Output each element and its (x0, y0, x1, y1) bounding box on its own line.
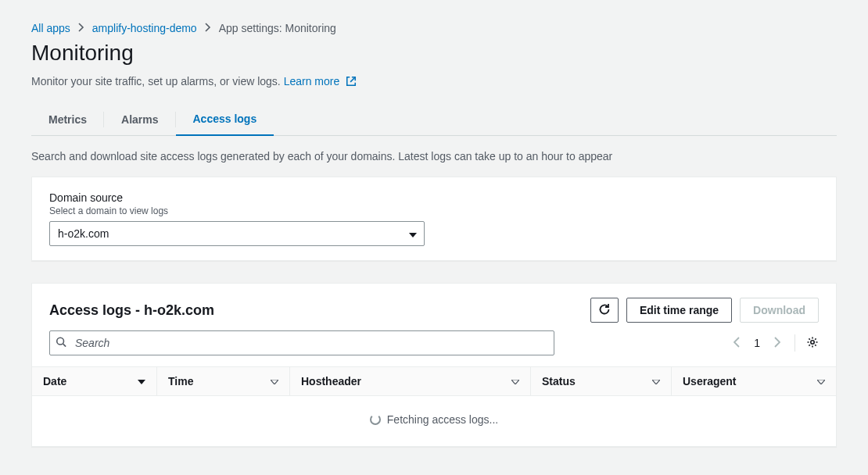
divider (794, 334, 795, 352)
chevron-right-icon (78, 22, 84, 34)
sort-desc-icon (138, 377, 145, 386)
breadcrumb-link-app[interactable]: amplify-hosting-demo (92, 22, 197, 34)
svg-point-1 (811, 340, 814, 343)
logs-action-row: Edit time range Download (590, 298, 819, 323)
col-time[interactable]: Time (157, 367, 290, 395)
chevron-left-icon (733, 338, 740, 350)
learn-more-link[interactable]: Learn more (284, 75, 357, 88)
domain-source-hint: Select a domain to view logs (49, 205, 819, 216)
pager: 1 (730, 334, 819, 353)
col-status[interactable]: Status (531, 367, 672, 395)
settings-button[interactable] (806, 336, 819, 351)
loading-text: Fetching access logs... (387, 413, 498, 426)
access-logs-title: Access logs - h-o2k.com (49, 302, 214, 319)
page-title: Monitoring (31, 41, 837, 66)
access-logs-helper: Search and download site access logs gen… (31, 150, 837, 162)
col-host-label: Hostheader (301, 375, 361, 388)
loading-row: Fetching access logs... (32, 396, 836, 446)
breadcrumb-current: App settings: Monitoring (219, 22, 336, 34)
breadcrumb-link-all-apps[interactable]: All apps (31, 22, 70, 34)
col-useragent[interactable]: Useragent (672, 367, 836, 395)
domain-source-select[interactable]: h-o2k.com (49, 221, 425, 246)
spinner-icon (370, 414, 381, 425)
pager-prev[interactable] (730, 334, 743, 353)
pager-page-number: 1 (754, 337, 760, 349)
tab-metrics[interactable]: Metrics (31, 104, 104, 135)
tabs: Metrics Alarms Access logs (31, 103, 837, 136)
gear-icon (806, 338, 819, 351)
col-time-label: Time (168, 375, 193, 388)
subtitle-text: Monitor your site traffic, set up alarms… (31, 75, 284, 88)
page-subtitle: Monitor your site traffic, set up alarms… (31, 75, 837, 89)
sort-icon (511, 377, 519, 386)
sort-icon (652, 377, 660, 386)
domain-source-card: Domain source Select a domain to view lo… (31, 177, 837, 261)
search-input[interactable] (49, 330, 554, 355)
table-header: Date Time Hostheader Status Useragent (32, 366, 836, 396)
domain-source-label: Domain source (49, 191, 819, 204)
col-hostheader[interactable]: Hostheader (290, 367, 531, 395)
col-date-label: Date (43, 375, 66, 388)
sort-icon (817, 377, 825, 386)
access-logs-card: Access logs - h-o2k.com Edit time range … (31, 283, 837, 447)
svg-point-0 (57, 338, 64, 345)
edit-time-range-button[interactable]: Edit time range (626, 298, 732, 323)
col-ua-label: Useragent (683, 375, 736, 388)
external-link-icon (346, 76, 357, 89)
refresh-icon (598, 303, 611, 318)
tab-access-logs[interactable]: Access logs (176, 103, 274, 136)
sort-icon (271, 377, 278, 386)
tab-alarms[interactable]: Alarms (104, 104, 175, 135)
download-button[interactable]: Download (740, 298, 819, 323)
domain-source-select-wrap: h-o2k.com (49, 221, 425, 246)
chevron-right-icon (774, 338, 780, 350)
col-date[interactable]: Date (32, 367, 157, 395)
col-status-label: Status (542, 375, 576, 388)
chevron-right-icon (205, 22, 211, 34)
refresh-button[interactable] (590, 298, 619, 323)
search-box (49, 330, 554, 355)
pager-next[interactable] (771, 334, 784, 353)
breadcrumb: All apps amplify-hosting-demo App settin… (31, 22, 837, 34)
search-icon (56, 337, 66, 350)
